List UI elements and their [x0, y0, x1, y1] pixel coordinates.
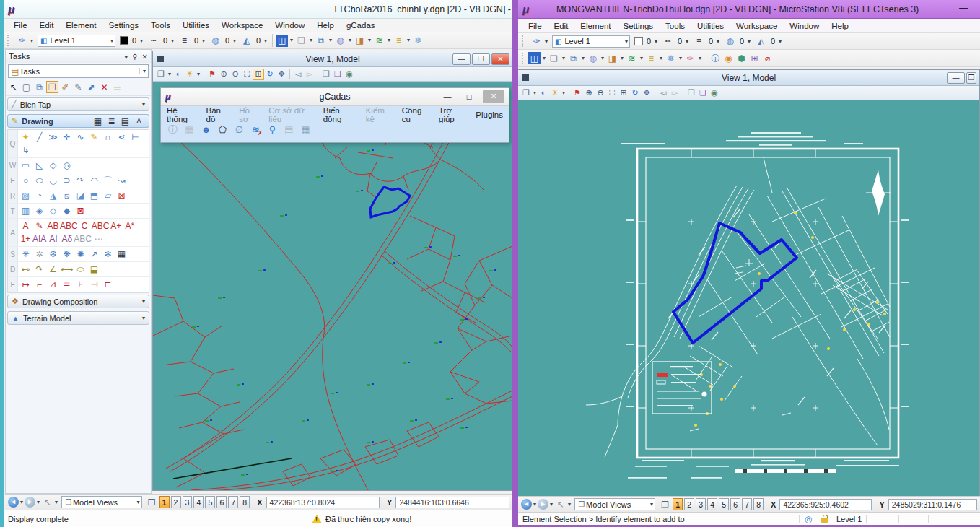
references-icon[interactable]: ⧉ [567, 52, 579, 64]
view-toggle-8[interactable]: 8 [240, 496, 250, 508]
forward-dropdown[interactable]: ▾ [550, 501, 553, 508]
view-toggle-7[interactable]: 7 [228, 496, 238, 508]
color-dropdown[interactable]: ▾ [140, 38, 143, 44]
transparency-dropdown[interactable]: ▾ [233, 38, 236, 44]
q-tool-4-icon[interactable]: ∿ [74, 131, 87, 144]
saved-views-icon[interactable]: ◨ [606, 52, 618, 64]
view-tools-icon[interactable]: ❏ [332, 69, 344, 80]
left-view-titlebar[interactable]: View 1, Model — ❐ ✕ [153, 51, 512, 67]
a-tool-8-icon[interactable]: 1+ [19, 232, 32, 245]
back-button[interactable]: ◄ [521, 499, 532, 510]
drawing-view-1-icon[interactable]: ≣ [105, 115, 118, 127]
active-transparency[interactable]: ◍ 0 ▾ [207, 34, 238, 48]
q-tool-8-icon[interactable]: ⊢ [128, 131, 142, 144]
gcadas-hide-icon[interactable]: ∅ [233, 123, 245, 136]
fit-view-icon[interactable]: ⊞ [253, 69, 264, 80]
line-style-dropdown[interactable]: ▾ [171, 38, 174, 44]
gcadas-menu-plugins[interactable]: Plugins [476, 110, 503, 119]
view-minimize-button[interactable]: — [947, 72, 965, 84]
view-restore-button[interactable]: ❐ [966, 72, 976, 84]
toolbar-grip[interactable] [522, 35, 525, 47]
r-tool-7-icon[interactable]: ⊠ [115, 189, 128, 202]
view-group-combo[interactable]: ❒ Model Views ▾ [61, 496, 142, 508]
active-transparency[interactable]: ◍ 0 ▾ [722, 35, 753, 48]
menu-utilities[interactable]: Utilities [697, 22, 724, 30]
view-previous-icon[interactable]: ◅ [292, 69, 304, 80]
element-information-icon[interactable]: ⓘ [709, 52, 722, 64]
view-toggle-1[interactable]: 1 [159, 496, 170, 508]
left-primary-7-icon[interactable]: ▾ [347, 35, 353, 47]
right-primary-3-icon[interactable]: ▾ [561, 52, 566, 64]
view-minimize-button[interactable]: — [452, 53, 471, 65]
w-tool-0-icon[interactable]: ▭ [19, 159, 32, 172]
pointer-dropdown[interactable]: ▾ [55, 499, 58, 505]
right-view-titlebar[interactable]: View 1, Model — ❐ [518, 70, 979, 86]
drawing-view-3-icon[interactable]: ˄ [133, 115, 145, 127]
left-primary-11-icon[interactable]: ▾ [386, 35, 392, 47]
right-primary-13-icon[interactable]: ▾ [658, 52, 664, 64]
d-tool-1-icon[interactable]: ↷ [32, 263, 46, 276]
find-replace-icon[interactable]: ◉ [722, 52, 735, 64]
view-toggle-6[interactable]: 6 [730, 498, 740, 510]
s-tool-0-icon[interactable]: ✳ [19, 248, 32, 261]
left-primary-13-icon[interactable]: ▾ [406, 35, 411, 47]
view-toggle-2[interactable]: 2 [171, 496, 181, 508]
locks-indicator[interactable] [817, 513, 832, 525]
menu-edit[interactable]: Edit [40, 21, 54, 30]
view-display-mode-icon[interactable]: ❐ [520, 87, 532, 99]
line-weight-dropdown[interactable]: ▾ [717, 38, 719, 45]
gcadas-dialog[interactable]: μ gCadas — □ ✕ Hệ thống Bản đồ Hồ sơ Cơ … [160, 87, 509, 143]
gcadas-menu-ban-do[interactable]: Bản đồ [206, 106, 229, 123]
level-dropdown[interactable]: ▾ [625, 38, 628, 45]
color-dropdown[interactable]: ▾ [655, 38, 657, 45]
section-drawing-composition[interactable]: ❖ Drawing Composition ▾ [7, 295, 149, 308]
menu-file[interactable]: File [528, 22, 542, 30]
saved-views-icon[interactable]: ◨ [354, 35, 366, 47]
priority-dropdown[interactable]: ▾ [779, 38, 782, 45]
active-element-template[interactable]: ✑ ▾ [14, 34, 35, 48]
d-tool-5-icon[interactable]: ⬓ [87, 263, 101, 276]
markup-icon[interactable]: ✑ [684, 52, 696, 64]
view-adjust-icon[interactable]: ◐ [538, 87, 549, 99]
view-group-dropdown[interactable]: ▾ [650, 501, 653, 508]
view-toggle-1[interactable]: 1 [673, 498, 683, 510]
update-view-icon[interactable]: ◉ [709, 87, 720, 99]
left-primary-5-icon[interactable]: ▾ [328, 35, 333, 47]
a-tool-3-icon[interactable]: ABC [60, 219, 78, 232]
left-primary-9-icon[interactable]: ▾ [367, 35, 372, 47]
update-view-icon[interactable]: ◉ [344, 69, 355, 80]
menu-settings[interactable]: Settings [109, 21, 139, 30]
toolbar-grip[interactable] [522, 53, 525, 64]
window-area-icon[interactable]: ⛶ [241, 69, 253, 80]
right-view-tool-4-icon[interactable]: ▾ [561, 87, 566, 99]
back-dropdown[interactable]: ▾ [20, 499, 23, 505]
active-priority[interactable]: ◭ 0 ▾ [753, 35, 784, 48]
forward-button[interactable]: ► [25, 497, 35, 508]
gcadas-menu-tro-giup[interactable]: Trợ giúp [439, 106, 465, 123]
e-tool-2-icon[interactable]: ◡ [46, 174, 60, 187]
tasks-combo[interactable]: ▤ Tasks ▾ [8, 64, 149, 78]
menu-element[interactable]: Element [580, 22, 611, 30]
right-primary-15-icon[interactable]: ▾ [678, 52, 683, 64]
forward-button[interactable]: ► [538, 499, 548, 510]
zoom-in-icon[interactable]: ⊕ [583, 87, 595, 99]
d-tool-4-icon[interactable]: ⬭ [74, 263, 87, 276]
e-tool-0-icon[interactable]: ○ [19, 174, 32, 187]
f-tool-0-icon[interactable]: ↦ [19, 278, 32, 291]
s-tool-4-icon[interactable]: ✺ [74, 248, 87, 261]
pan-view-icon[interactable]: ✥ [276, 69, 287, 80]
raster-manager-icon[interactable]: ◍ [334, 35, 346, 47]
q-tool-5-icon[interactable]: ✎ [87, 131, 101, 144]
gcadas-grid-icon[interactable]: ▦ [299, 123, 312, 136]
delete-disabled-icon[interactable]: ⌀ [761, 52, 774, 64]
new-file-icon[interactable]: ❏ [548, 52, 560, 64]
right-primary-17-icon[interactable]: ▾ [697, 52, 703, 64]
f-tool-2-icon[interactable]: ⊿ [46, 278, 60, 291]
s-tool-1-icon[interactable]: ✲ [32, 248, 46, 261]
t-tool-1-icon[interactable]: ◈ [32, 204, 46, 217]
references-icon[interactable]: ⧉ [315, 35, 327, 47]
r-tool-0-icon[interactable]: ▨ [19, 189, 32, 202]
y-coordinate-field[interactable]: 2484416:103:0.6646 [395, 497, 509, 508]
copy-element-icon[interactable]: ❐ [46, 81, 58, 93]
menu-element[interactable]: Element [66, 21, 96, 30]
